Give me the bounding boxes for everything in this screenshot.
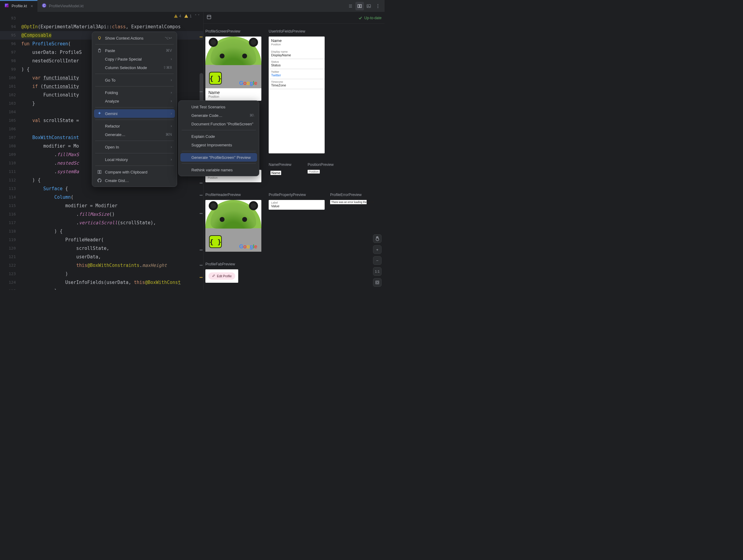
menu-item[interactable]: Analyze›: [94, 97, 175, 105]
preview-toggle-icon[interactable]: [207, 14, 213, 21]
menu-item-label: Explain Code: [191, 134, 254, 139]
paste-icon: [97, 48, 102, 53]
menu-item-label: Create Gist…: [105, 178, 172, 183]
menu-item[interactable]: Show Context Actions⌥↩: [94, 34, 175, 42]
menu-item[interactable]: Generate Code…⌘\: [180, 111, 257, 120]
menu-shortcut: ⌥↩: [160, 36, 172, 40]
editor-list-icon[interactable]: [346, 2, 355, 10]
menu-item-label: Go To: [105, 78, 168, 83]
line-number: 114: [0, 193, 21, 202]
editor-image-icon[interactable]: [364, 2, 373, 10]
menu-item[interactable]: Local History›: [94, 155, 175, 164]
line-number: 107: [0, 133, 21, 142]
line-number: 105: [0, 116, 21, 125]
zoom-out-icon[interactable]: −: [373, 256, 382, 265]
code-line[interactable]: 118 ) {: [0, 227, 203, 235]
code-text: }: [21, 287, 57, 290]
menu-item[interactable]: Generate "ProfileScreen" Preview: [180, 153, 257, 162]
code-line[interactable]: 124 UserInfoFields(userData, this@BoxWit…: [0, 278, 203, 287]
tab-label: ProfileViewModel.kt: [49, 4, 84, 8]
menu-item[interactable]: Generate…⌘N: [94, 130, 175, 139]
menu-item[interactable]: Copy / Paste Special›: [94, 55, 175, 63]
menu-shortcut: ⌘N: [161, 132, 172, 137]
weak-warning-count: 4: [179, 14, 181, 18]
tab-profile-kt[interactable]: Profile.kt ×: [0, 0, 37, 12]
menu-item[interactable]: Gemini›: [94, 109, 175, 118]
preview-user-info-fields[interactable]: Name Position Display nameDisplayNameSta…: [269, 37, 325, 154]
code-line[interactable]: 93: [0, 14, 203, 23]
menu-item[interactable]: Go To›: [94, 76, 175, 84]
tab-label: Profile.kt: [11, 4, 27, 8]
menu-item[interactable]: Refactor›: [94, 122, 175, 130]
preview-position[interactable]: Position: [308, 170, 320, 173]
profile-field: StatusStatus: [269, 59, 325, 69]
blank-icon: [183, 113, 188, 118]
code-line[interactable]: 114 Column(: [0, 193, 203, 202]
code-text: UserInfoFields(userData, this@BoxWithCon…: [21, 278, 181, 287]
code-line[interactable]: 94@OptIn(ExperimentalMaterial3Api::class…: [0, 23, 203, 31]
code-text: modifier = Mo: [21, 142, 79, 150]
preview-zoom-controls: + − 1:1: [373, 234, 382, 287]
svg-rect-8: [360, 5, 361, 8]
preview-profile-fab[interactable]: Edit Profile: [205, 269, 238, 283]
menu-item[interactable]: Explain Code: [180, 132, 257, 141]
code-text: ProfileHeader(: [21, 235, 104, 244]
line-number: 100: [0, 74, 21, 82]
close-tab-icon[interactable]: ×: [30, 4, 33, 8]
preview-title: UserInfoFieldsPreview: [269, 29, 325, 34]
chevron-right-icon: ›: [171, 157, 172, 162]
menu-item[interactable]: Column Selection Mode⇧⌘8: [94, 63, 175, 72]
code-line[interactable]: 116 .fillMaxSize(): [0, 210, 203, 218]
line-number: 97: [0, 48, 21, 57]
code-line[interactable]: 123 ): [0, 270, 203, 278]
menu-separator: [95, 74, 174, 74]
menu-separator: [95, 153, 174, 154]
code-text: ) {: [21, 227, 62, 235]
preview-profile-header[interactable]: { } Google: [205, 200, 261, 252]
code-text: .verticalScroll(scrollState),: [21, 218, 156, 227]
code-line[interactable]: 120 scrollState,: [0, 244, 203, 253]
pan-icon[interactable]: [373, 234, 382, 243]
profile-position: Position: [208, 95, 258, 98]
chevron-right-icon: ›: [171, 145, 172, 149]
code-line[interactable]: 122 this@BoxWithConstraints.maxHeight: [0, 261, 203, 270]
editor-split-icon[interactable]: [355, 2, 364, 10]
zoom-fit-icon[interactable]: [373, 278, 382, 287]
warning-indicator[interactable]: 1: [184, 14, 192, 18]
menu-item[interactable]: Paste⌘V: [94, 46, 175, 55]
code-line[interactable]: 119 ProfileHeader(: [0, 235, 203, 244]
preview-profile-property[interactable]: Label Value: [269, 200, 325, 210]
code-line[interactable]: 115 modifier = Modifier: [0, 202, 203, 210]
blank-icon: [97, 157, 102, 162]
zoom-in-icon[interactable]: +: [373, 245, 382, 254]
prev-highlight-icon[interactable]: ˄: [195, 14, 196, 18]
menu-item-label: Local History: [105, 157, 168, 162]
menu-item-label: Generate "ProfileScreen" Preview: [191, 155, 254, 160]
code-line[interactable]: 121 userData,: [0, 253, 203, 261]
menu-item[interactable]: Unit Test Scenarios: [180, 102, 257, 111]
menu-item[interactable]: Rethink variable names: [180, 166, 257, 174]
menu-item-label: Copy / Paste Special: [105, 57, 168, 61]
editor-more-icon[interactable]: [374, 2, 382, 10]
next-highlight-icon[interactable]: ˅: [198, 14, 200, 18]
svg-point-11: [378, 4, 379, 5]
weak-warning-indicator[interactable]: 4: [174, 14, 181, 18]
menu-item[interactable]: Folding›: [94, 88, 175, 97]
menu-item-label: Document Function "ProfileScreen": [191, 122, 254, 126]
preview-profile-error[interactable]: There was an error loading the profile: [330, 200, 367, 204]
preview-profile-screen[interactable]: { } Google Name Position: [205, 37, 261, 101]
menu-item-label: Analyze: [105, 99, 168, 103]
preview-title: ProfileErrorPreview: [330, 192, 367, 197]
menu-item[interactable]: Suggest Improvements: [180, 141, 257, 149]
menu-item[interactable]: Document Function "ProfileScreen": [180, 120, 257, 128]
warning-count: 1: [189, 14, 192, 18]
preview-name[interactable]: Name: [269, 170, 302, 176]
line-number: 113: [0, 184, 21, 193]
menu-item[interactable]: Open In›: [94, 143, 175, 151]
code-line[interactable]: 117 .verticalScroll(scrollState),: [0, 218, 203, 227]
code-line[interactable]: 125 }: [0, 287, 203, 290]
zoom-ratio-button[interactable]: 1:1: [373, 267, 382, 276]
menu-item[interactable]: Create Gist…: [94, 176, 175, 185]
tab-profileviewmodel-kt[interactable]: C ProfileViewModel.kt: [37, 0, 88, 12]
menu-item[interactable]: Compare with Clipboard: [94, 168, 175, 176]
